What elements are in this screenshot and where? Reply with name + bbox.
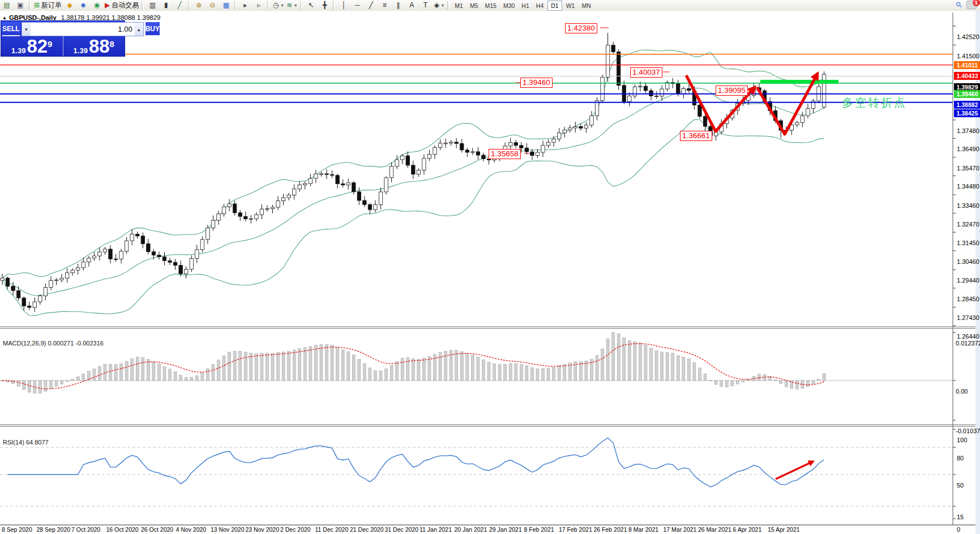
- indicators-button[interactable]: ≋▾: [285, 1, 298, 10]
- notifications-icon[interactable]: 1: [966, 1, 977, 9]
- price-annotation-box[interactable]: 1.39095: [716, 86, 748, 96]
- price-tick-label: 1.29440: [957, 277, 979, 284]
- date-axis-label: 31 Dec 2020: [385, 526, 419, 533]
- date-axis-label: 2 Dec 2020: [280, 526, 311, 533]
- autotrading-button[interactable]: ▶自动交易: [104, 1, 140, 10]
- line-chart-button[interactable]: ╱: [173, 1, 186, 10]
- crosshair-button[interactable]: ╋: [318, 1, 331, 10]
- contacts-button[interactable]: ☻: [76, 1, 90, 10]
- price-tick-label: 1.42520: [957, 33, 979, 40]
- periodicity-icon: ◷: [273, 1, 279, 10]
- periodicity-button-caret-icon: ▾: [281, 3, 284, 8]
- macd-scale-label: 0.012372: [956, 340, 980, 347]
- text-button[interactable]: A: [405, 1, 418, 10]
- thick-green-resistance-bar[interactable]: [760, 80, 838, 84]
- notification-badge: 1: [973, 0, 980, 6]
- price-tick-label: 1.35470: [957, 165, 979, 172]
- timeframe-button-m1[interactable]: M1: [452, 1, 466, 10]
- new-chart-button[interactable]: ▤: [0, 1, 14, 10]
- timeframe-button-m15[interactable]: M15: [482, 1, 499, 10]
- line-chart-icon: ╱: [178, 1, 182, 10]
- pane-separators[interactable]: [0, 12, 975, 525]
- channel-icon: ∥: [396, 1, 400, 10]
- date-axis-label: 16 Oct 2020: [106, 526, 139, 533]
- sell-price-pip: 9: [48, 40, 52, 48]
- profiles-button[interactable]: ▣: [14, 1, 27, 10]
- search-icon[interactable]: ⚲: [955, 0, 964, 10]
- rsi-trend-arrow[interactable]: [776, 462, 813, 479]
- cursor-button[interactable]: ↖: [304, 1, 318, 10]
- sell-price[interactable]: 1.39829: [1, 36, 63, 56]
- zoom-out-icon: ⊖: [209, 1, 215, 10]
- candlestick-chart-button[interactable]: ▮: [159, 1, 173, 10]
- sell-button[interactable]: SELL: [2, 22, 20, 36]
- level-price-badge: 1.38882: [954, 101, 980, 109]
- price-annotation-box[interactable]: 1.42380: [565, 23, 597, 33]
- periodicity-button[interactable]: ◷▾: [271, 1, 285, 10]
- buy-price-prefix: 1.39: [74, 46, 88, 55]
- eraser-button[interactable]: ◆: [63, 1, 76, 10]
- profiles-icon: ▣: [17, 1, 23, 10]
- volume-input[interactable]: [31, 23, 135, 36]
- date-axis-label: 29 Jan 2021: [489, 526, 522, 533]
- price-tick-label: 1.26440: [957, 333, 979, 340]
- timeframe-button-h1[interactable]: H1: [519, 1, 532, 10]
- price-tick-label: 1.32470: [957, 221, 979, 228]
- rsi-label: RSI(14) 64.8077: [3, 439, 49, 446]
- price-tick-label: 1.33460: [957, 202, 979, 209]
- toolbar-separator: [234, 1, 237, 10]
- chart-window[interactable]: ▲GBPUSD-,Daily1.38178 1.39921 1.38088 1.…: [0, 11, 980, 534]
- new-order-button[interactable]: ⊞新订单: [33, 1, 63, 10]
- bar-chart-button[interactable]: ▥: [145, 1, 159, 10]
- zoom-out-button[interactable]: ⊖: [206, 1, 219, 10]
- trendline-button[interactable]: ╱: [364, 1, 378, 10]
- tile-windows-icon: ▦: [223, 1, 229, 10]
- trendline-icon: ╱: [369, 1, 373, 10]
- volume-increase-button[interactable]: ▴: [135, 23, 143, 36]
- eraser-icon: ◆: [67, 1, 72, 10]
- bull-bear-turning-point-note[interactable]: 多空转折点: [842, 95, 907, 110]
- rsi-line: [8, 438, 824, 487]
- level-price-badge: 1.41011: [954, 61, 980, 69]
- signals-icon: ◉: [94, 1, 100, 10]
- fibonacci-button[interactable]: ≡: [378, 1, 391, 10]
- date-axis-label: 28 Sep 2020: [37, 526, 71, 533]
- auto-scroll-button[interactable]: ▸: [238, 1, 252, 10]
- price-annotation-box[interactable]: 1.39460: [520, 78, 553, 88]
- timeframe-button-w1[interactable]: W1: [563, 1, 578, 10]
- price-tick-label: 1.34480: [957, 183, 979, 190]
- panel-collapse-icon[interactable]: ▲: [2, 15, 7, 20]
- text-label-icon: T: [423, 1, 427, 10]
- price-chart-canvas[interactable]: [0, 11, 980, 534]
- sell-price-prefix: 1.39: [11, 46, 25, 55]
- date-axis-label: 13 Nov 2020: [211, 526, 245, 533]
- toolbar-separator: [333, 1, 335, 10]
- zoom-in-button[interactable]: ⊕: [192, 1, 206, 10]
- toolbar-separator: [267, 1, 269, 10]
- horizontal-line-button[interactable]: ─: [350, 1, 364, 10]
- macd-scale-label: -0.010374: [956, 428, 980, 434]
- auto-scroll-icon: ▸: [243, 1, 247, 10]
- timeframe-button-m5[interactable]: M5: [467, 1, 481, 10]
- toolbar-separator: [300, 1, 302, 10]
- text-label-button[interactable]: T: [418, 1, 432, 10]
- timeframe-button-m30[interactable]: M30: [500, 1, 517, 10]
- vertical-line-button[interactable]: │: [337, 1, 350, 10]
- tile-windows-button[interactable]: ▦: [219, 1, 233, 10]
- rsi-scale-label: 100: [957, 437, 967, 443]
- channel-button[interactable]: ∥: [391, 1, 405, 10]
- buy-button[interactable]: BUY: [145, 22, 160, 36]
- timeframe-button-h4[interactable]: H4: [533, 1, 546, 10]
- buy-price[interactable]: 1.39888: [63, 36, 125, 56]
- shapes-button[interactable]: ◈▾: [432, 1, 446, 10]
- timeframe-button-mn[interactable]: MN: [579, 1, 593, 10]
- timeframe-button-d1[interactable]: D1: [547, 1, 562, 11]
- signals-button[interactable]: ◉: [90, 1, 104, 10]
- chart-shift-button[interactable]: ▹: [252, 1, 266, 10]
- volume-decrease-button[interactable]: ▾: [22, 23, 31, 36]
- price-annotation-box[interactable]: 1.36661: [680, 131, 712, 141]
- contacts-icon: ☻: [80, 1, 87, 10]
- price-annotation-box[interactable]: 1.35658: [489, 149, 521, 159]
- date-axis-label: 15 Apr 2021: [768, 526, 800, 533]
- price-annotation-box[interactable]: 1.40037: [630, 67, 662, 78]
